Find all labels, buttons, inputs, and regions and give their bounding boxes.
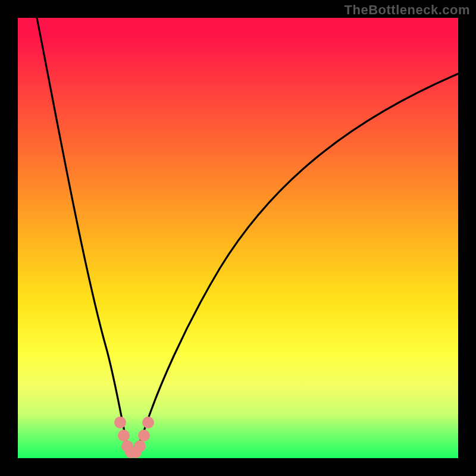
curve-layer [18,18,458,458]
marker-dot [114,416,126,428]
plot-inner [18,18,458,458]
bottleneck-curve [36,18,458,454]
attribution-label: TheBottleneck.com [345,2,470,18]
marker-dot [142,416,154,428]
plot-area [18,18,458,458]
sweet-spot-markers [114,416,154,458]
chart-frame: TheBottleneck.com [0,0,476,476]
marker-dot [138,430,150,441]
marker-dot [134,440,146,452]
marker-dot [118,430,130,441]
